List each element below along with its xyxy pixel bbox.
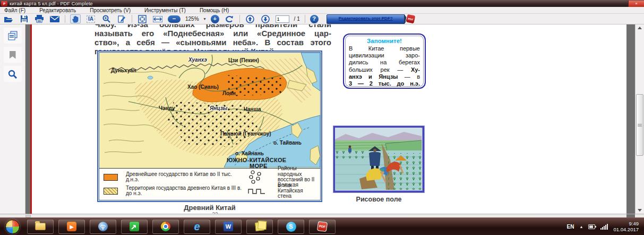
- legend-orange-swatch: [104, 174, 118, 181]
- taskbar-ie-button[interactable]: e: [184, 220, 210, 234]
- taskbar-wifi-button[interactable]: [90, 220, 116, 234]
- taskbar-chrome-button[interactable]: [152, 220, 179, 234]
- menu-file[interactable]: Файл (F): [4, 7, 25, 13]
- title-bar: P китай карта 5 кл.pdf - PDF Complete ×: [0, 0, 644, 7]
- print-button[interactable]: [34, 14, 45, 23]
- legend-territory-label: Территория государства древнего Китая в …: [126, 186, 244, 197]
- rice-field-caption: Рисовое поле: [333, 196, 424, 203]
- scroll-up-button[interactable]: [636, 24, 643, 31]
- close-button[interactable]: ×: [628, 1, 644, 7]
- zoom-in-button[interactable]: +: [211, 15, 219, 23]
- legend-ancient-state-label: Древнейшее государство в Китае во II тыс…: [126, 172, 244, 183]
- map-caption: Древний Китай: [97, 204, 322, 212]
- hand-tool-button[interactable]: [70, 14, 81, 23]
- taskbar-explorer-button[interactable]: [27, 220, 54, 234]
- toolbar: IA − 125% ▾ + / 1 ? Р: [0, 14, 644, 24]
- wifi-icon: [98, 222, 108, 231]
- zoom-dropdown-icon[interactable]: ▾: [204, 16, 206, 21]
- edit-pdf-button[interactable]: Редактировать этот PDF? PDF: [327, 14, 415, 24]
- map-legend: Древнейшее государство в Китае во II тыс…: [99, 168, 320, 200]
- annotate-button[interactable]: [116, 14, 127, 23]
- taskbar-word-button[interactable]: W: [215, 220, 242, 234]
- clock[interactable]: 9:49 01.04.2017: [613, 221, 639, 232]
- zoom-out-button[interactable]: −: [168, 15, 181, 23]
- horizontal-scrollbar[interactable]: [0, 214, 644, 217]
- menu-tools[interactable]: Инструменты (Т): [144, 7, 186, 13]
- map-ancient-china: Хуанхэ Цзи (Пекин) Дуньхуан Хао (Сиань) …: [97, 51, 322, 202]
- legend-wall-label: Великая Китайская стена: [278, 182, 318, 199]
- page-up-button[interactable]: [245, 14, 255, 23]
- scroll-down-button[interactable]: [636, 207, 643, 214]
- thumb-grip-icon: [638, 125, 642, 125]
- zoom-level: 125%: [185, 16, 199, 22]
- pdf-complete-window: P китай карта 5 кл.pdf - PDF Complete × …: [0, 0, 644, 235]
- start-button[interactable]: [5, 220, 20, 234]
- thumbnails-panel-button[interactable]: [4, 28, 22, 44]
- email-button[interactable]: [49, 14, 60, 23]
- pdf-app-icon: PDF: [317, 221, 328, 232]
- map-label-yangtze: Янцзы: [210, 105, 227, 111]
- down-arrow-icon: [638, 209, 642, 212]
- system-tray: EN ▲ 9:49 01.04.2017: [567, 221, 644, 232]
- remember-box: Запомните! В Китае первыецивилизации зар…: [343, 33, 426, 89]
- map-label-hao-sian: Хао (Сиань): [187, 84, 219, 90]
- fit-width-button[interactable]: [152, 14, 163, 23]
- taskbar-media-player-button[interactable]: ▶: [58, 220, 85, 234]
- zoom-tool-button[interactable]: [101, 14, 111, 23]
- toolbar-separator: [132, 15, 132, 23]
- vertical-scrollbar[interactable]: [635, 24, 644, 214]
- rotate-button[interactable]: [224, 14, 235, 23]
- bookmarks-panel-button[interactable]: [4, 47, 22, 63]
- save-button[interactable]: [19, 14, 29, 23]
- menu-view[interactable]: Просмотреть (V): [90, 7, 131, 13]
- paragraph-line: Чжоу. Из-за больших размеров правители с…: [95, 24, 331, 29]
- taskbar-messenger-button[interactable]: [121, 220, 148, 234]
- arrow-icon: [130, 222, 139, 231]
- legend-great-wall-icon: [248, 187, 266, 195]
- page-total: / 1: [294, 16, 300, 22]
- remember-box-title: Запомните!: [349, 38, 420, 44]
- taskbar: ▶ e W S PDF EN ▲: [0, 217, 644, 235]
- battery-icon[interactable]: [588, 224, 595, 229]
- folder-icon: [35, 223, 46, 230]
- internet-explorer-icon: e: [194, 221, 200, 232]
- toolbar-separator: [65, 15, 65, 23]
- taskbar-icons: ▶ e W S PDF: [27, 220, 336, 234]
- page-down-button[interactable]: [260, 14, 271, 23]
- map-label-huanghe: Хуанхэ: [188, 57, 207, 63]
- search-panel-button[interactable]: [4, 66, 22, 82]
- network-signal-icon[interactable]: [600, 224, 608, 230]
- toolbar-separator: [305, 15, 305, 23]
- rice-field-illustration: [335, 128, 422, 190]
- map-label-hainan: о. Хайнань: [235, 150, 264, 156]
- page-number-input[interactable]: [276, 15, 289, 23]
- menu-edit[interactable]: Редактировать: [39, 7, 76, 13]
- map-label-czi-pekin: Цзи (Пекин): [228, 57, 259, 63]
- map-label-taiwan: о. Тайвань: [273, 140, 302, 146]
- skype-icon: S: [286, 222, 296, 232]
- sticky-notes-icon: [255, 222, 264, 231]
- chrome-icon: [161, 222, 170, 231]
- bookmark-icon: [10, 51, 16, 59]
- help-button[interactable]: ?: [310, 15, 319, 23]
- app-pdf-icon: P: [1, 1, 7, 6]
- play-icon: ▶: [67, 222, 76, 231]
- taskbar-sticky-notes-button[interactable]: [246, 220, 273, 234]
- taskbar-pdf-button[interactable]: PDF: [309, 220, 336, 234]
- open-button[interactable]: [3, 14, 14, 23]
- fit-page-button[interactable]: [137, 14, 148, 23]
- text-select-button[interactable]: IA: [85, 14, 96, 23]
- tray-expand-icon[interactable]: ▲: [580, 225, 583, 229]
- language-indicator[interactable]: EN: [567, 224, 574, 230]
- menu-bar: Файл (F) Редактировать Просмотреть (V) И…: [0, 7, 644, 14]
- taskbar-skype-button[interactable]: S: [278, 220, 304, 234]
- page-red-edge: [30, 24, 32, 214]
- menu-help[interactable]: Помощь (Н): [200, 7, 229, 13]
- document-canvas: Чжоу. Из-за больших размеров правители с…: [25, 24, 635, 214]
- tray-date: 01.04.2017: [613, 226, 639, 232]
- up-arrow-icon: [638, 27, 642, 29]
- map-area: Хуанхэ Цзи (Пекин) Дуньхуан Хао (Сиань) …: [99, 52, 321, 200]
- vertical-scroll-thumb[interactable]: [636, 94, 643, 156]
- sidebar: [0, 24, 25, 214]
- paragraph-line: называть его «Поднебесная» или «Срединно…: [95, 29, 331, 38]
